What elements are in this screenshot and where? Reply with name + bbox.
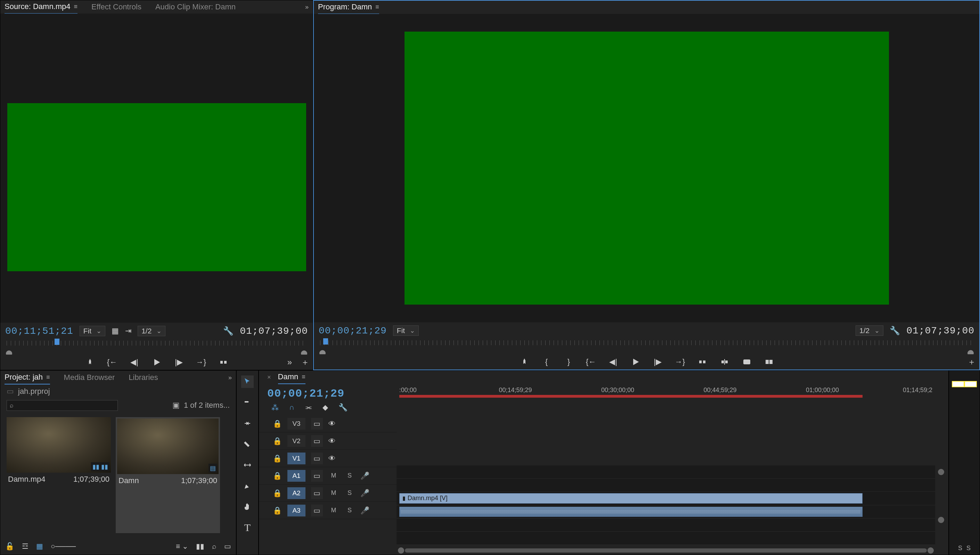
source-ruler[interactable] <box>0 339 313 350</box>
scroll-handle-left[interactable] <box>398 547 404 553</box>
find-icon[interactable]: ⌕ <box>212 542 217 550</box>
sync-lock-icon[interactable]: ▭ <box>311 452 323 464</box>
overflow-icon[interactable]: » <box>305 3 308 11</box>
type-tool[interactable]: T <box>241 521 254 534</box>
tab-project[interactable]: Project: jah ≡ <box>5 371 50 385</box>
settings-icon[interactable]: 🔧 <box>890 326 900 335</box>
track-header-v2[interactable]: 🔒 V2 ▭ 👁 <box>259 432 397 450</box>
sync-lock-icon[interactable]: ▭ <box>311 470 323 482</box>
lock-icon[interactable]: 🔒 <box>273 489 282 497</box>
track-a2-content[interactable] <box>397 518 935 532</box>
auto-sequence-icon[interactable]: ▮▮ <box>196 542 204 550</box>
program-preview[interactable] <box>314 14 979 322</box>
scroll-handle[interactable] <box>938 517 944 523</box>
sync-lock-icon[interactable]: ▭ <box>311 435 323 447</box>
settings-icon[interactable]: 🔧 <box>223 326 233 336</box>
project-search[interactable]: ⌕ <box>6 400 118 411</box>
work-area-bar[interactable] <box>399 395 863 398</box>
step-forward-button[interactable]: |▶ <box>174 358 184 367</box>
track-v3-content[interactable] <box>397 465 935 479</box>
write-lock-icon[interactable]: 🔓 <box>5 542 14 550</box>
hamburger-icon[interactable]: ≡ <box>74 3 78 10</box>
lock-icon[interactable]: 🔒 <box>273 454 282 463</box>
track-header-a2[interactable]: 🔒 A2 ▭ M S 🎤 <box>259 484 397 502</box>
export-frame-button[interactable] <box>742 357 752 367</box>
video-clip[interactable]: ▮Damn.mp4 [V] <box>399 493 863 503</box>
mute-button[interactable]: M <box>328 488 339 498</box>
tab-libraries[interactable]: Libraries <box>129 371 158 384</box>
track-select-tool[interactable] <box>241 396 254 409</box>
source-res-dropdown[interactable]: 1/2⌄ <box>138 326 165 336</box>
tab-program[interactable]: Program: Damn ≡ <box>318 0 379 14</box>
tab-media-browser[interactable]: Media Browser <box>64 371 115 384</box>
project-search-input[interactable] <box>14 401 115 409</box>
lock-icon[interactable]: 🔒 <box>273 437 282 445</box>
button-editor-icon[interactable]: ＋ <box>967 356 976 367</box>
lock-icon[interactable]: 🔒 <box>273 472 282 480</box>
snap-icon[interactable]: ∩ <box>289 403 294 412</box>
hamburger-icon[interactable]: ≡ <box>375 3 379 11</box>
program-ruler[interactable] <box>314 339 979 350</box>
voiceover-icon[interactable]: 🎤 <box>360 472 370 480</box>
mark-in-button[interactable]: {← <box>108 358 117 367</box>
solo-button[interactable]: S <box>344 505 355 516</box>
track-label[interactable]: V3 <box>288 418 305 430</box>
source-current-timecode[interactable]: 00;11;51;21 <box>5 326 73 337</box>
play-button[interactable] <box>152 358 162 367</box>
ripple-edit-tool[interactable] <box>241 417 254 430</box>
scroll-handle-right[interactable] <box>927 547 934 553</box>
project-item[interactable]: ▤ Damn 1;07;39;00 <box>116 417 220 533</box>
sync-lock-icon[interactable]: ▭ <box>311 487 323 499</box>
program-res-dropdown[interactable]: 1/2⌄ <box>856 326 884 336</box>
timeline-h-scrollbar[interactable] <box>397 546 935 555</box>
source-fit-dropdown[interactable]: Fit⌄ <box>80 326 105 336</box>
tab-audio-clip-mixer[interactable]: Audio Clip Mixer: Damn <box>155 0 236 14</box>
mark-out-button[interactable]: } <box>564 357 574 367</box>
icon-view-icon[interactable]: ▦ <box>36 542 43 550</box>
track-label[interactable]: A2 <box>288 487 305 499</box>
solo-button[interactable]: S <box>344 488 355 498</box>
insert-button[interactable] <box>218 358 228 367</box>
overflow-icon[interactable]: » <box>228 374 232 381</box>
source-drag-video-icon[interactable]: ▦ <box>112 326 119 335</box>
razor-tool[interactable] <box>241 438 254 451</box>
track-a1-content[interactable] <box>397 505 935 518</box>
step-forward-button[interactable]: |▶ <box>653 357 663 367</box>
timeline-timecode[interactable]: 00;00;21;29 <box>267 387 344 400</box>
overflow-icon[interactable]: » <box>288 358 292 367</box>
lock-icon[interactable]: 🔒 <box>273 506 282 515</box>
pen-tool[interactable] <box>241 480 254 492</box>
extract-button[interactable] <box>720 357 729 367</box>
tab-effect-controls[interactable]: Effect Controls <box>92 0 141 14</box>
track-a3-content[interactable] <box>397 532 935 545</box>
mute-button[interactable]: M <box>328 505 339 516</box>
solo-button[interactable]: S <box>344 471 355 481</box>
track-label[interactable]: A1 <box>288 470 305 482</box>
track-v1-content[interactable]: ▮Damn.mp4 [V] <box>397 492 935 505</box>
lock-icon[interactable]: 🔒 <box>273 420 282 428</box>
scroll-handle[interactable] <box>938 469 944 475</box>
list-view-icon[interactable]: ☲ <box>22 542 29 550</box>
add-marker-button[interactable] <box>85 358 95 367</box>
source-preview[interactable] <box>0 14 313 322</box>
new-bin-icon[interactable]: ▭ <box>224 542 231 550</box>
voiceover-icon[interactable]: 🎤 <box>360 506 370 515</box>
freeform-view-icon[interactable]: ▣ <box>172 401 180 410</box>
marker-icon[interactable]: ◆ <box>323 403 328 412</box>
zoom-slider[interactable]: ○──── <box>51 542 76 550</box>
track-v2-content[interactable] <box>397 479 935 492</box>
timeline-settings-icon[interactable]: 🔧 <box>339 403 347 412</box>
insert-mode-icon[interactable]: ⁂ <box>272 403 279 412</box>
track-label[interactable]: V1 <box>288 452 305 464</box>
lift-button[interactable] <box>697 357 707 367</box>
tab-sequence[interactable]: Damn ≡ <box>278 370 305 384</box>
go-to-out-button[interactable]: →} <box>675 357 685 367</box>
timeline-ruler[interactable]: :00;00 00;14;59;29 00;30;00;00 00;44;59;… <box>397 386 935 465</box>
tab-source[interactable]: Source: Damn.mp4 ≡ <box>5 0 77 14</box>
close-icon[interactable]: × <box>267 374 271 381</box>
sync-lock-icon[interactable]: ▭ <box>311 505 323 517</box>
hamburger-icon[interactable]: ≡ <box>302 373 305 381</box>
track-header-v1[interactable]: 🔒 V1 ▭ 👁 <box>259 450 397 467</box>
track-header-a3[interactable]: 🔒 A3 ▭ M S 🎤 <box>259 502 397 519</box>
add-marker-button[interactable] <box>519 357 529 367</box>
